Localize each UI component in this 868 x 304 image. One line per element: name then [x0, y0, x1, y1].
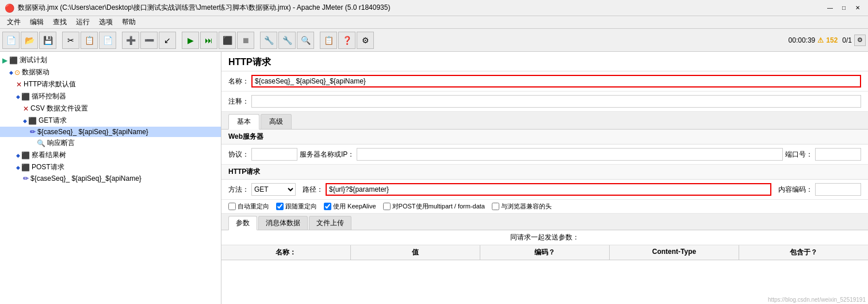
- tb-stop-now[interactable]: ⏹: [237, 32, 254, 49]
- name-label: 名称：: [228, 77, 249, 86]
- tree-item-http-default[interactable]: ✕ HTTP请求默认值: [0, 78, 221, 90]
- menu-file[interactable]: 文件: [2, 16, 25, 28]
- tb-templates[interactable]: 📋: [320, 32, 337, 49]
- timer-value: 00:00:39: [789, 36, 816, 44]
- main-area: ▶ ⬛ 测试计划 ◆ ⊙ 数据驱动 ✕ HTTP请求默认值 ◆ ⬛ 循环控制器 …: [0, 52, 868, 304]
- tb-remove[interactable]: ➖: [140, 32, 158, 49]
- toolbar-timer: 00:00:39 ⚠ 152 0/1 ⚙: [789, 35, 866, 46]
- web-server-title: Web服务器: [221, 130, 868, 145]
- tree-label-post-req: POST请求: [32, 162, 64, 172]
- main-tabs: 基本 高级: [221, 112, 868, 130]
- tree-label-result-tree: 察看结果树: [32, 150, 66, 160]
- tree-item-post-case[interactable]: ✏ ${caseSeq}_ ${apiSeq}_${apiName}: [0, 173, 221, 184]
- tree-item-result-tree[interactable]: ◆ ⬛ 察看结果树: [0, 149, 221, 161]
- comment-label: 注释：: [228, 97, 249, 107]
- warn-count: 152: [826, 36, 838, 44]
- comment-row: 注释：: [221, 92, 868, 112]
- menu-edit[interactable]: 编辑: [25, 16, 48, 28]
- tab-basic[interactable]: 基本: [228, 114, 259, 130]
- path-input[interactable]: [326, 183, 771, 196]
- encoding-input[interactable]: [815, 183, 861, 196]
- server-label: 服务器名称或IP：: [300, 150, 354, 159]
- tb-open[interactable]: 📂: [21, 32, 38, 49]
- close-button[interactable]: ✕: [852, 3, 863, 13]
- http-request-title: HTTP请求: [221, 165, 868, 180]
- tab-advanced[interactable]: 高级: [261, 114, 292, 129]
- method-label: 方法：: [228, 185, 249, 195]
- tree-item-data-driven[interactable]: ◆ ⊙ 数据驱动: [0, 66, 221, 78]
- table-header: 名称： 值 编码？ Content-Type 包含于？: [221, 245, 868, 260]
- menubar: 文件 编辑 查找 运行 选项 帮助: [0, 16, 868, 29]
- tree-item-get-req[interactable]: ◆ ⬛ GET请求: [0, 115, 221, 127]
- settings-icon[interactable]: ⚙: [854, 35, 866, 46]
- tb-paste[interactable]: 📄: [99, 32, 116, 49]
- tree-label-response-assert: 响应断言: [47, 138, 75, 148]
- minimize-button[interactable]: —: [824, 3, 836, 13]
- cb-browser-compat[interactable]: 与浏览器兼容的头: [492, 202, 552, 211]
- tb-clear[interactable]: 🔧: [260, 32, 277, 49]
- tb-settings[interactable]: ⚙: [357, 32, 374, 49]
- server-input[interactable]: [357, 148, 783, 161]
- tb-move[interactable]: ↙: [159, 32, 176, 49]
- warn-icon: ⚠: [817, 36, 824, 44]
- tb-clear-all[interactable]: 🔧: [278, 32, 296, 49]
- web-server-row: 协议： 服务器名称或IP： 端口号：: [221, 145, 868, 165]
- ptab-body[interactable]: 消息体数据: [258, 216, 308, 230]
- tb-save[interactable]: 💾: [39, 32, 56, 49]
- menu-find[interactable]: 查找: [48, 16, 71, 28]
- th-value: 值: [351, 245, 480, 260]
- title-text: 数据驱动.jmx (C:\Users\acer\Desktop\接口测试实战训练…: [18, 3, 824, 13]
- tree-label-http-default: HTTP请求默认值: [24, 79, 76, 89]
- port-input[interactable]: [815, 148, 861, 161]
- menu-options[interactable]: 选项: [94, 16, 117, 28]
- tree-label-get-req: GET请求: [39, 116, 67, 126]
- th-content-type: Content-Type: [610, 245, 739, 260]
- name-input[interactable]: [251, 75, 861, 88]
- port-label: 端口号：: [785, 150, 813, 159]
- tree-item-loop-ctrl[interactable]: ◆ ⬛ 循环控制器: [0, 90, 221, 102]
- ptab-params[interactable]: 参数: [228, 216, 257, 230]
- tb-run-all[interactable]: ⏭: [200, 32, 217, 49]
- ptab-upload[interactable]: 文件上传: [309, 216, 351, 230]
- toolbar: 📄 📂 💾 ✂ 📋 📄 ➕ ➖ ↙ ▶ ⏭ ⬛ ⏹ 🔧 🔧 🔍 📋 ❓ ⚙ 00…: [0, 29, 868, 52]
- checkboxes-row: 自动重定向 跟随重定向 使用 KeepAlive 对POST使用multipar…: [221, 200, 868, 214]
- tb-stop[interactable]: ⬛: [219, 32, 236, 49]
- tree-item-get-case[interactable]: ✏ ${caseSeq}_ ${apiSeq}_${apiName}: [0, 127, 221, 137]
- tree-label-test-plan: 测试计划: [20, 55, 47, 65]
- tree-label-get-case: ${caseSeq}_ ${apiSeq}_${apiName}: [37, 128, 148, 136]
- comment-input[interactable]: [251, 95, 861, 108]
- name-row: 名称：: [221, 71, 868, 92]
- tb-run[interactable]: ▶: [182, 32, 199, 49]
- tb-new[interactable]: 📄: [2, 32, 20, 49]
- protocol-label: 协议：: [228, 150, 249, 159]
- tb-search[interactable]: 🔍: [297, 32, 314, 49]
- app-icon: 🔴: [5, 3, 14, 13]
- titlebar: 🔴 数据驱动.jmx (C:\Users\acer\Desktop\接口测试实战…: [0, 0, 868, 16]
- tb-cut[interactable]: ✂: [62, 32, 79, 49]
- tree-item-test-plan[interactable]: ▶ ⬛ 测试计划: [0, 54, 221, 66]
- tb-copy[interactable]: 📋: [81, 32, 98, 49]
- menu-run[interactable]: 运行: [71, 16, 94, 28]
- method-select[interactable]: GET POST PUT DELETE HEAD OPTIONS PATCH: [251, 183, 296, 196]
- maximize-button[interactable]: □: [838, 3, 850, 13]
- tree-label-data-driven: 数据驱动: [22, 67, 49, 77]
- tree-label-loop-ctrl: 循环控制器: [32, 92, 66, 101]
- th-include: 包含于？: [739, 245, 868, 260]
- cb-auto-redirect[interactable]: 自动重定向: [228, 202, 269, 211]
- http-request-row: 方法： GET POST PUT DELETE HEAD OPTIONS PAT…: [221, 180, 868, 200]
- params-tabs: 参数 消息体数据 文件上传: [221, 214, 868, 230]
- tree-item-post-req[interactable]: ◆ ⬛ POST请求: [0, 161, 221, 173]
- cb-keepalive[interactable]: 使用 KeepAlive: [324, 202, 376, 211]
- content-panel: HTTP请求 名称： 注释： 基本 高级 Web服务器 协议： 服务器名称或IP…: [221, 52, 868, 304]
- cb-multipart[interactable]: 对POST使用multipart / form-data: [383, 202, 485, 211]
- tree-item-response-assert[interactable]: 🔍 响应断言: [0, 137, 221, 149]
- tree-item-csv-data[interactable]: ✕ CSV 数据文件设置: [0, 102, 221, 115]
- encoding-label: 内容编码：: [778, 185, 813, 195]
- th-name: 名称：: [221, 245, 351, 260]
- tb-help[interactable]: ❓: [338, 32, 355, 49]
- ratio-value: 0/1: [842, 36, 852, 44]
- protocol-input[interactable]: [251, 148, 297, 161]
- cb-follow-redirect[interactable]: 跟随重定向: [276, 202, 317, 211]
- tb-add[interactable]: ➕: [122, 32, 139, 49]
- menu-help[interactable]: 帮助: [117, 16, 140, 28]
